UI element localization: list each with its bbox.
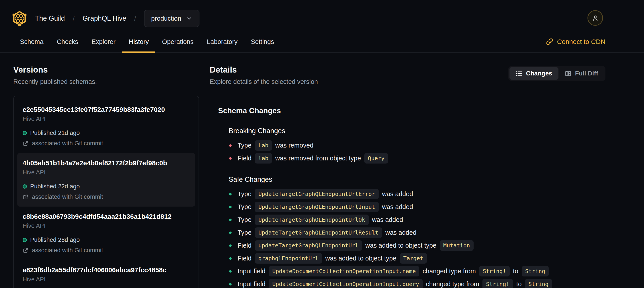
change-text: changed type from [422, 267, 476, 275]
safe-changes-list: TypeUpdateTargetGraphQLEndpointUrlErrorw… [229, 189, 606, 288]
version-service: Hive API [22, 276, 190, 283]
version-list: e2e55045345ce13fe07f52a77459b83fa3fe7020… [13, 96, 199, 288]
tab-schema[interactable]: Schema [13, 31, 50, 52]
git-commit-link[interactable]: associated with Git commit [22, 247, 190, 254]
view-toggle-changes[interactable]: Changes [510, 67, 558, 80]
version-hash: e2e55045345ce13fe07f52a77459b83fa3fe7020 [22, 106, 190, 113]
connect-to-cdn-link[interactable]: Connect to CDN [546, 31, 606, 52]
tabs-list: SchemaChecksExplorerHistoryOperationsLab… [13, 31, 281, 52]
hive-logo-icon[interactable] [12, 11, 27, 27]
version-card[interactable]: e2e55045345ce13fe07f52a77459b83fa3fe7020… [17, 100, 195, 153]
schema-code-badge: String [522, 266, 549, 276]
version-hash: a823f6db2a55df877dcf406006abca97fcc4858c [22, 266, 190, 274]
change-text: Field [238, 255, 252, 262]
schema-code-badge: Target [400, 253, 427, 263]
published-label: Published 21d ago [30, 130, 80, 136]
tab-explorer[interactable]: Explorer [85, 31, 122, 52]
change-text: Field [238, 242, 252, 249]
change-text: was added [382, 203, 413, 211]
change-item: Input fieldUpdateDocumentCollectionOpera… [229, 266, 606, 276]
version-card[interactable]: 4b05ab51b1b4a7e2e4b0ef82172f2b9f7ef98c0b… [17, 153, 195, 207]
published-label: Published 28d ago [30, 236, 80, 243]
schema-code-badge: UpdateDocumentCollectionOperationInput.q… [269, 279, 422, 288]
schema-code-badge: graphqlEndpointUrl [255, 253, 322, 263]
view-toggle-label: Full Diff [575, 70, 598, 77]
user-avatar-button[interactable] [588, 10, 603, 26]
safe-changes-title: Safe Changes [229, 175, 606, 183]
change-text: Type [238, 203, 252, 211]
schema-code-badge: UpdateTargetGraphQLEndpointUrlError [255, 189, 379, 199]
external-link-icon [22, 194, 28, 200]
details-header: Details Explore details of the selected … [210, 65, 606, 85]
tab-operations[interactable]: Operations [155, 31, 200, 52]
change-text: Type [238, 190, 252, 198]
details-title: Details [210, 65, 318, 75]
change-text: Type [238, 229, 252, 236]
change-item: TypeLabwas removed [229, 140, 606, 151]
schema-code-badge: Lab [255, 140, 272, 151]
version-service: Hive API [22, 116, 190, 122]
external-link-icon [22, 140, 28, 146]
breaking-changes-title: Breaking Changes [229, 127, 606, 135]
change-text: Input field [238, 280, 266, 288]
change-text: was removed from object type [275, 155, 361, 162]
published-dot-icon [22, 238, 27, 242]
change-text: was added [382, 190, 413, 198]
link-icon [546, 38, 553, 45]
change-item: TypeUpdateTargetGraphQLEndpointUrlErrorw… [229, 189, 606, 199]
details-panel: Details Explore details of the selected … [210, 65, 606, 288]
versions-title: Versions [13, 65, 199, 75]
published-dot-icon [22, 184, 27, 189]
breadcrumb-project[interactable]: GraphQL Hive [83, 15, 126, 23]
git-commit-link[interactable]: associated with Git commit [22, 193, 190, 200]
safe-changes-group: Safe ChangesTypeUpdateTargetGraphQLEndpo… [218, 175, 606, 288]
published-label: Published 22d ago [30, 183, 80, 190]
breaking-changes-group: Breaking ChangesTypeLabwas removedFieldl… [218, 127, 606, 164]
schema-code-badge: UpdateTargetGraphQLEndpointUrlInput [255, 202, 379, 212]
connect-to-cdn-label: Connect to CDN [557, 38, 606, 46]
version-card[interactable]: c8b6e88a06793b9c4dfd54aaa21b36a1b421d812… [17, 207, 195, 260]
git-commit-label: associated with Git commit [32, 193, 103, 200]
version-card[interactable]: a823f6db2a55df877dcf406006abca97fcc4858c… [17, 260, 195, 288]
schema-code-badge: updateTargetGraphQLEndpointUrl [255, 240, 362, 251]
change-text: to [516, 280, 522, 288]
external-link-icon [22, 247, 28, 253]
change-groups: Breaking ChangesTypeLabwas removedFieldl… [218, 127, 606, 288]
schema-code-badge: UpdateDocumentCollectionOperationInput.n… [269, 266, 419, 276]
view-toggle-full-diff[interactable]: Full Diff [558, 67, 604, 80]
version-hash: c8b6e88a06793b9c4dfd54aaa21b36a1b421d812 [22, 213, 190, 220]
schema-code-badge: Mutation [440, 240, 473, 251]
change-text: to [513, 267, 518, 275]
columns-icon [565, 70, 572, 77]
versions-panel: Versions Recently published schemas. e2e… [13, 65, 199, 288]
published-dot-icon [22, 131, 27, 135]
schema-code-badge: String! [479, 266, 510, 276]
schema-changes-section: Schema Changes Breaking ChangesTypeLabwa… [210, 106, 606, 288]
change-text: was removed [275, 142, 313, 149]
change-text: Type [238, 142, 252, 149]
version-hash: 4b05ab51b1b4a7e2e4b0ef82172f2b9f7ef98c0b [22, 159, 190, 167]
schema-code-badge: String! [482, 279, 513, 288]
tab-history[interactable]: History [122, 31, 155, 52]
breadcrumb-org[interactable]: The Guild [35, 15, 65, 23]
top-bar: The Guild / GraphQL Hive / production [0, 0, 644, 28]
target-selector-dropdown[interactable]: production [144, 10, 199, 27]
view-toggle-label: Changes [526, 70, 552, 77]
change-item: Input fieldUpdateDocumentCollectionOpera… [229, 279, 606, 288]
tab-settings[interactable]: Settings [244, 31, 281, 52]
version-published-status: Published 28d ago [22, 236, 190, 243]
change-text: was added [386, 229, 416, 236]
breadcrumb-separator: / [134, 15, 136, 22]
change-item: Fieldlabwas removed from object typeQuer… [229, 153, 606, 164]
change-item: TypeUpdateTargetGraphQLEndpointUrlResult… [229, 227, 606, 238]
change-text: Type [238, 216, 252, 223]
change-text: was added to object type [325, 255, 396, 262]
details-subtitle: Explore details of the selected version [210, 78, 318, 85]
tab-laboratory[interactable]: Laboratory [200, 31, 244, 52]
breadcrumb: The Guild / GraphQL Hive / production [35, 10, 200, 27]
change-item: FieldgraphqlEndpointUrlwas added to obje… [229, 253, 606, 263]
change-text: was added [372, 216, 403, 223]
main-content: Versions Recently published schemas. e2e… [0, 53, 644, 288]
tab-checks[interactable]: Checks [50, 31, 85, 52]
git-commit-link[interactable]: associated with Git commit [22, 140, 190, 147]
